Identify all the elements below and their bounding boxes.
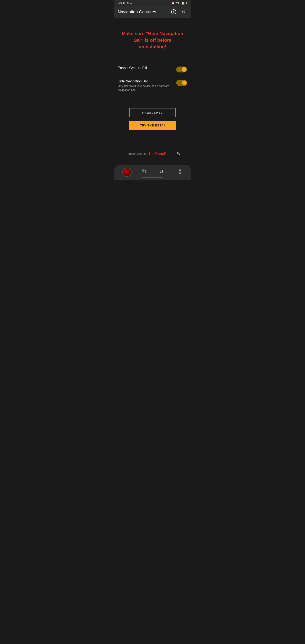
svg-line-5 [162, 170, 163, 173]
app-bar-actions: ℹ ⚙ [170, 8, 187, 15]
gesture-pill-thumb [182, 67, 186, 72]
avatar-inner [123, 168, 131, 176]
status-time: 2:00 [117, 2, 122, 4]
info-icon: ℹ [171, 9, 176, 14]
hide-nav-bar-subtitle: Only use this if your device has a softw… [118, 84, 173, 92]
status-bar: 2:00 🖼 ⊞ ▭ •• ⏰ WiFi ▐▐ 🔋 [114, 0, 190, 6]
calendar-icon: ⊞ [127, 2, 128, 4]
display-icon: ▭ [130, 2, 132, 4]
hide-nav-bar-title: Hide Navigation Bar [118, 80, 173, 83]
share-icon[interactable] [174, 167, 183, 177]
svg-rect-2 [142, 170, 144, 172]
svg-point-8 [180, 170, 180, 170]
photo-icon: 🖼 [123, 2, 126, 4]
beta-button[interactable]: TRY THE BETA! [129, 121, 176, 130]
refresh-icon[interactable]: ↻ [177, 151, 180, 156]
gesture-pill-track[interactable] [176, 66, 187, 72]
home-indicator [142, 178, 163, 178]
settings-section: Enable Gesture Pill Hide Navigation Bar … [114, 63, 190, 95]
gesture-pill-toggle[interactable] [176, 66, 187, 72]
warning-text: Make sure "Hide Navigation Bar" is off b… [121, 30, 184, 50]
svg-point-10 [177, 171, 178, 172]
gesture-pill-info: Enable Gesture Pill [118, 66, 176, 70]
hashtag-icon[interactable] [157, 167, 166, 177]
app-bar: Navigation Gestures ℹ ⚙ [114, 6, 190, 18]
gear-icon: ⚙ [182, 9, 186, 14]
buttons-section: PROBLEMS? TRY THE BETA! [114, 95, 190, 134]
premium-status: Not Found! [149, 152, 166, 156]
svg-line-4 [160, 170, 161, 173]
main-content: Make sure "Hide Navigation Bar" is off b… [114, 18, 190, 160]
settings-button[interactable]: ⚙ [180, 8, 187, 15]
premium-label: Premium Status: [124, 152, 146, 156]
premium-section: Premium Status: Not Found! ↻ [114, 134, 190, 160]
hide-nav-bar-toggle[interactable] [176, 80, 187, 86]
nav-avatar[interactable] [122, 168, 132, 177]
svg-line-12 [178, 172, 180, 173]
gesture-pill-row: Enable Gesture Pill [118, 63, 187, 76]
wifi-icon: WiFi [176, 2, 180, 4]
svg-line-11 [178, 170, 180, 172]
status-right: ⏰ WiFi ▐▐ 🔋 [172, 2, 188, 4]
status-left: 2:00 🖼 ⊞ ▭ •• [117, 2, 135, 4]
hide-nav-bar-track[interactable] [176, 80, 187, 86]
warning-section: Make sure "Hide Navigation Bar" is off b… [114, 18, 190, 63]
hide-nav-bar-info: Hide Navigation Bar Only use this if you… [118, 80, 176, 92]
more-icon: •• [133, 2, 135, 4]
gesture-pill-title: Enable Gesture Pill [118, 66, 173, 70]
signal-icon: ▐▐ [181, 2, 184, 4]
problems-button[interactable]: PROBLEMS? [129, 108, 176, 117]
battery-icon: 🔋 [185, 2, 188, 4]
hide-nav-bar-row: Hide Navigation Bar Only use this if you… [118, 76, 187, 95]
edit-gesture-icon[interactable] [140, 167, 149, 177]
alarm-icon: ⏰ [172, 2, 174, 4]
svg-point-9 [180, 172, 180, 174]
hide-nav-bar-thumb [182, 80, 186, 85]
info-button[interactable]: ℹ [170, 8, 177, 15]
app-bar-title: Navigation Gestures [118, 10, 156, 14]
bottom-nav [114, 165, 190, 180]
